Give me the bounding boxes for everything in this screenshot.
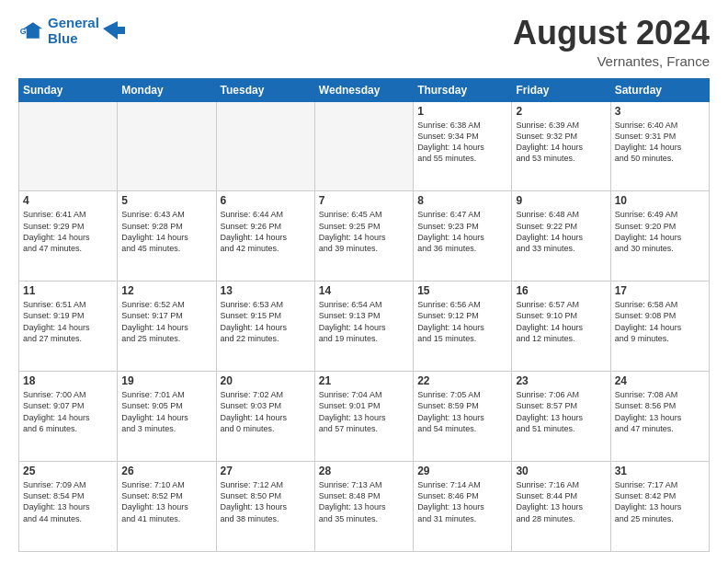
day-detail: Sunrise: 6:48 AM Sunset: 9:22 PM Dayligh… xyxy=(516,209,606,254)
day-number: 5 xyxy=(121,194,211,207)
calendar-header-cell: Wednesday xyxy=(314,78,413,101)
day-number: 13 xyxy=(221,284,311,297)
day-number: 21 xyxy=(319,374,409,387)
calendar-cell: 12Sunrise: 6:52 AM Sunset: 9:17 PM Dayli… xyxy=(118,282,216,372)
day-detail: Sunrise: 7:00 AM Sunset: 9:07 PM Dayligh… xyxy=(23,389,113,434)
calendar-cell: 9Sunrise: 6:48 AM Sunset: 9:22 PM Daylig… xyxy=(512,191,610,282)
calendar-header-row: SundayMondayTuesdayWednesdayThursdayFrid… xyxy=(19,78,710,101)
day-detail: Sunrise: 6:40 AM Sunset: 9:31 PM Dayligh… xyxy=(615,120,705,165)
day-detail: Sunrise: 6:51 AM Sunset: 9:19 PM Dayligh… xyxy=(23,299,113,344)
calendar-cell xyxy=(118,101,216,191)
day-number: 11 xyxy=(23,284,113,297)
calendar-cell: 14Sunrise: 6:54 AM Sunset: 9:13 PM Dayli… xyxy=(314,282,413,372)
day-detail: Sunrise: 6:52 AM Sunset: 9:17 PM Dayligh… xyxy=(121,299,211,344)
day-number: 1 xyxy=(417,105,507,118)
day-number: 16 xyxy=(516,284,606,297)
calendar-week-row: 1Sunrise: 6:38 AM Sunset: 9:34 PM Daylig… xyxy=(19,101,710,191)
logo-text-block: General Blue xyxy=(48,15,99,47)
calendar-week-row: 11Sunrise: 6:51 AM Sunset: 9:19 PM Dayli… xyxy=(19,282,710,372)
day-detail: Sunrise: 6:56 AM Sunset: 9:12 PM Dayligh… xyxy=(417,299,507,344)
day-detail: Sunrise: 7:09 AM Sunset: 8:54 PM Dayligh… xyxy=(23,479,113,524)
day-number: 19 xyxy=(121,374,211,387)
logo: G General Blue xyxy=(18,15,125,47)
calendar-cell: 24Sunrise: 7:08 AM Sunset: 8:56 PM Dayli… xyxy=(610,372,709,462)
day-detail: Sunrise: 7:02 AM Sunset: 9:03 PM Dayligh… xyxy=(221,389,311,434)
day-detail: Sunrise: 6:58 AM Sunset: 9:08 PM Dayligh… xyxy=(615,299,705,344)
calendar-cell: 6Sunrise: 6:44 AM Sunset: 9:26 PM Daylig… xyxy=(216,191,314,282)
calendar-cell: 23Sunrise: 7:06 AM Sunset: 8:57 PM Dayli… xyxy=(512,372,610,462)
logo-icon: G xyxy=(18,17,44,43)
day-detail: Sunrise: 7:13 AM Sunset: 8:48 PM Dayligh… xyxy=(319,479,409,524)
day-detail: Sunrise: 6:43 AM Sunset: 9:28 PM Dayligh… xyxy=(121,209,211,254)
calendar-header-cell: Saturday xyxy=(610,78,709,101)
calendar-cell: 17Sunrise: 6:58 AM Sunset: 9:08 PM Dayli… xyxy=(610,282,709,372)
day-detail: Sunrise: 7:16 AM Sunset: 8:44 PM Dayligh… xyxy=(516,479,606,524)
calendar-header-cell: Friday xyxy=(512,78,610,101)
day-number: 17 xyxy=(615,284,705,297)
day-number: 10 xyxy=(615,194,705,207)
main-title: August 2024 xyxy=(513,15,710,52)
day-detail: Sunrise: 7:08 AM Sunset: 8:56 PM Dayligh… xyxy=(615,389,705,434)
page: G General Blue August 2024 Vernantes, Fr… xyxy=(0,0,728,563)
title-block: August 2024 Vernantes, France xyxy=(513,15,710,69)
calendar-cell: 2Sunrise: 6:39 AM Sunset: 9:32 PM Daylig… xyxy=(512,101,610,191)
logo-line1: General xyxy=(48,15,99,30)
calendar-cell: 25Sunrise: 7:09 AM Sunset: 8:54 PM Dayli… xyxy=(19,462,118,552)
day-detail: Sunrise: 6:45 AM Sunset: 9:25 PM Dayligh… xyxy=(319,209,409,254)
day-number: 29 xyxy=(417,465,507,477)
calendar-cell: 13Sunrise: 6:53 AM Sunset: 9:15 PM Dayli… xyxy=(216,282,314,372)
calendar-cell: 31Sunrise: 7:17 AM Sunset: 8:42 PM Dayli… xyxy=(610,462,709,552)
day-number: 6 xyxy=(221,194,311,207)
day-number: 9 xyxy=(516,194,606,207)
calendar-cell: 15Sunrise: 6:56 AM Sunset: 9:12 PM Dayli… xyxy=(414,282,512,372)
day-detail: Sunrise: 6:49 AM Sunset: 9:20 PM Dayligh… xyxy=(615,209,705,254)
calendar-cell: 1Sunrise: 6:38 AM Sunset: 9:34 PM Daylig… xyxy=(414,101,512,191)
header: G General Blue August 2024 Vernantes, Fr… xyxy=(18,15,710,69)
day-detail: Sunrise: 7:06 AM Sunset: 8:57 PM Dayligh… xyxy=(516,389,606,434)
day-number: 31 xyxy=(615,465,705,477)
day-detail: Sunrise: 7:10 AM Sunset: 8:52 PM Dayligh… xyxy=(121,479,211,524)
day-number: 27 xyxy=(221,465,311,477)
logo-arrow-icon xyxy=(103,21,125,40)
day-detail: Sunrise: 7:14 AM Sunset: 8:46 PM Dayligh… xyxy=(417,479,507,524)
calendar-table: SundayMondayTuesdayWednesdayThursdayFrid… xyxy=(18,78,710,552)
calendar-cell: 8Sunrise: 6:47 AM Sunset: 9:23 PM Daylig… xyxy=(414,191,512,282)
day-detail: Sunrise: 6:38 AM Sunset: 9:34 PM Dayligh… xyxy=(417,120,507,165)
day-detail: Sunrise: 6:53 AM Sunset: 9:15 PM Dayligh… xyxy=(221,299,311,344)
day-number: 26 xyxy=(121,465,211,477)
calendar-cell: 4Sunrise: 6:41 AM Sunset: 9:29 PM Daylig… xyxy=(19,191,118,282)
calendar-week-row: 25Sunrise: 7:09 AM Sunset: 8:54 PM Dayli… xyxy=(19,462,710,552)
day-number: 30 xyxy=(516,465,606,477)
calendar-cell: 11Sunrise: 6:51 AM Sunset: 9:19 PM Dayli… xyxy=(19,282,118,372)
calendar-cell: 22Sunrise: 7:05 AM Sunset: 8:59 PM Dayli… xyxy=(414,372,512,462)
subtitle: Vernantes, France xyxy=(513,53,710,69)
day-detail: Sunrise: 6:39 AM Sunset: 9:32 PM Dayligh… xyxy=(516,120,606,165)
day-number: 23 xyxy=(516,374,606,387)
calendar-cell xyxy=(216,101,314,191)
calendar-cell: 29Sunrise: 7:14 AM Sunset: 8:46 PM Dayli… xyxy=(414,462,512,552)
day-detail: Sunrise: 6:41 AM Sunset: 9:29 PM Dayligh… xyxy=(23,209,113,254)
day-number: 24 xyxy=(615,374,705,387)
day-number: 15 xyxy=(417,284,507,297)
calendar-header-cell: Tuesday xyxy=(216,78,314,101)
calendar-cell: 19Sunrise: 7:01 AM Sunset: 9:05 PM Dayli… xyxy=(118,372,216,462)
calendar-cell: 30Sunrise: 7:16 AM Sunset: 8:44 PM Dayli… xyxy=(512,462,610,552)
day-detail: Sunrise: 6:57 AM Sunset: 9:10 PM Dayligh… xyxy=(516,299,606,344)
day-number: 2 xyxy=(516,105,606,118)
day-number: 4 xyxy=(23,194,113,207)
day-number: 25 xyxy=(23,465,113,477)
day-number: 7 xyxy=(319,194,409,207)
calendar-cell: 21Sunrise: 7:04 AM Sunset: 9:01 PM Dayli… xyxy=(314,372,413,462)
day-number: 3 xyxy=(615,105,705,118)
calendar-cell: 10Sunrise: 6:49 AM Sunset: 9:20 PM Dayli… xyxy=(610,191,709,282)
calendar-cell: 7Sunrise: 6:45 AM Sunset: 9:25 PM Daylig… xyxy=(314,191,413,282)
calendar-cell: 18Sunrise: 7:00 AM Sunset: 9:07 PM Dayli… xyxy=(19,372,118,462)
day-number: 22 xyxy=(417,374,507,387)
svg-marker-4 xyxy=(103,21,125,40)
day-number: 8 xyxy=(417,194,507,207)
day-detail: Sunrise: 7:01 AM Sunset: 9:05 PM Dayligh… xyxy=(121,389,211,434)
day-detail: Sunrise: 7:04 AM Sunset: 9:01 PM Dayligh… xyxy=(319,389,409,434)
calendar-header-cell: Monday xyxy=(118,78,216,101)
calendar-week-row: 18Sunrise: 7:00 AM Sunset: 9:07 PM Dayli… xyxy=(19,372,710,462)
calendar-cell: 28Sunrise: 7:13 AM Sunset: 8:48 PM Dayli… xyxy=(314,462,413,552)
